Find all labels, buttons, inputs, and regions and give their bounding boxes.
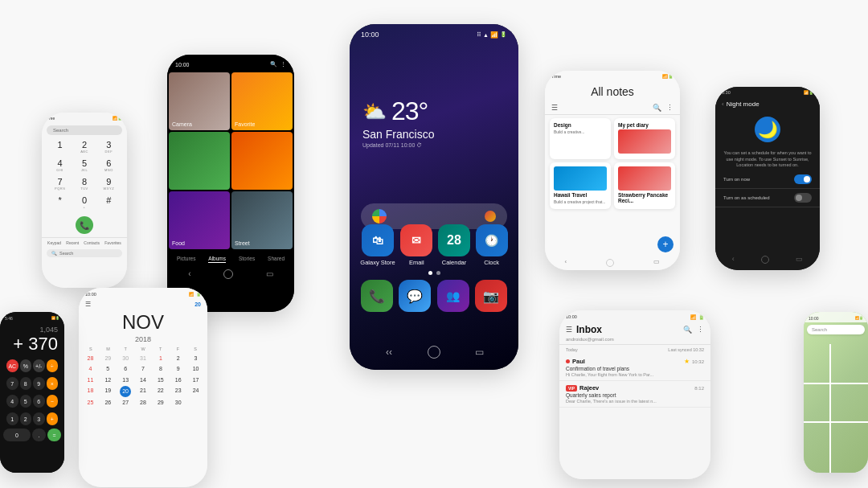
call-button[interactable]: 📞 <box>76 216 93 234</box>
calc-btn-3[interactable]: 3 <box>33 412 45 425</box>
gallery-thumb-nature[interactable] <box>169 132 230 190</box>
dial-key-8[interactable]: 8TUV <box>72 175 96 193</box>
toggle-on-switch[interactable] <box>794 174 812 184</box>
cal-date-29b[interactable]: 29 <box>152 398 169 408</box>
dial-key-4[interactable]: 4GHI <box>48 157 72 174</box>
dial-key-hash[interactable]: # <box>97 194 121 211</box>
cal-date-14[interactable]: 14 <box>135 375 152 385</box>
gallery-nav-recents[interactable]: ▭ <box>266 269 273 279</box>
cal-date-3[interactable]: 3 <box>187 354 204 363</box>
cal-date-27[interactable]: 27 <box>117 398 134 408</box>
gallery-thumb-fruit[interactable] <box>231 132 293 190</box>
calc-btn-ac[interactable]: AC <box>6 359 18 372</box>
note-card-hawaii[interactable]: Hawaii Travel Build a creative project t… <box>550 162 611 209</box>
calc-btn-6[interactable]: 6 <box>33 395 45 408</box>
notes-nav-recents[interactable]: ▭ <box>653 258 660 267</box>
cal-date-11[interactable]: 11 <box>82 375 99 385</box>
cal-date-8[interactable]: 8 <box>152 364 169 374</box>
dial-key-6[interactable]: 6MNO <box>97 157 121 174</box>
calc-btn-2[interactable]: 2 <box>20 412 32 425</box>
cal-date-12[interactable]: 12 <box>100 375 117 385</box>
calc-btn-dot[interactable]: . <box>32 429 46 441</box>
cal-date-22[interactable]: 22 <box>152 386 169 397</box>
back-nav-btn[interactable]: ‹‹ <box>381 344 397 360</box>
cal-date-2[interactable]: 2 <box>170 354 186 363</box>
calc-btn-8[interactable]: 8 <box>20 377 32 390</box>
calc-btn-mul[interactable]: × <box>47 377 59 390</box>
gallery-tab-stories[interactable]: Stories <box>239 256 255 263</box>
cal-today-badge[interactable]: 20 <box>194 301 201 307</box>
dialer-search-bottom[interactable]: 🔍 Search <box>47 249 122 257</box>
gallery-nav-home[interactable] <box>223 269 233 279</box>
cal-date-5[interactable]: 5 <box>100 364 117 374</box>
note-card-design[interactable]: Design Build a creative... <box>550 118 611 159</box>
gallery-more-icon[interactable]: ⋮ <box>280 61 286 68</box>
toggle-off-switch[interactable] <box>794 193 812 203</box>
cal-date-23[interactable]: 23 <box>170 386 186 397</box>
dial-key-0[interactable]: 0+ <box>72 194 96 211</box>
cal-date-10[interactable]: 10 <box>187 364 204 374</box>
cal-menu-icon[interactable]: ☰ <box>85 301 91 308</box>
notes-more-icon[interactable]: ⋮ <box>666 104 674 112</box>
night-back-icon[interactable]: ‹ <box>722 100 724 108</box>
dialer-tab-contacts[interactable]: Contacts <box>84 240 100 245</box>
note-card-strawberry[interactable]: Strawberry Pancake Reci... <box>614 162 675 209</box>
email-item-paul[interactable]: Paul ★ 10:32 Confirmation of travel plan… <box>559 355 710 381</box>
app-phone-dock[interactable]: 📞 <box>361 280 393 312</box>
email-search-icon[interactable]: 🔍 <box>683 326 692 334</box>
email-more-icon[interactable]: ⋮ <box>697 326 704 334</box>
night-nav-home[interactable] <box>761 256 769 264</box>
calc-btn-sub[interactable]: − <box>47 395 59 408</box>
dialer-tab-fav[interactable]: Favorites <box>104 240 121 245</box>
night-nav-recents[interactable]: ▭ <box>796 255 803 264</box>
email-star-paul[interactable]: ★ <box>684 358 690 365</box>
email-item-rajeev[interactable]: VIP Rajeev 8:12 Quarterly sales report D… <box>559 381 710 408</box>
gallery-nav-back[interactable]: ‹ <box>188 269 190 279</box>
notes-search-icon[interactable]: 🔍 <box>653 104 661 112</box>
cal-date-30a[interactable]: 30 <box>117 354 134 363</box>
cal-date-9[interactable]: 9 <box>170 364 186 374</box>
calc-btn-pct[interactable]: % <box>20 359 32 372</box>
night-toggle-scheduled[interactable]: Turn on as scheduled <box>715 189 820 207</box>
gallery-search-icon[interactable]: 🔍 <box>270 61 277 68</box>
recents-nav-btn[interactable]: ▭ <box>471 344 487 360</box>
notes-fab-button[interactable]: + <box>657 236 674 252</box>
cal-date-21[interactable]: 21 <box>135 386 152 397</box>
dial-key-1[interactable]: 1 <box>48 138 72 156</box>
calc-btn-0[interactable]: 0 <box>3 429 31 441</box>
night-toggle-now[interactable]: Turn on now <box>715 170 820 189</box>
cal-date-1[interactable]: 1 <box>152 354 169 363</box>
cal-date-20-today[interactable]: 20 <box>120 386 131 397</box>
app-clock[interactable]: 🕐 Clock <box>476 224 508 266</box>
dialer-tab-keypad[interactable]: Keypad <box>47 240 61 245</box>
gallery-thumb-camera[interactable]: Camera <box>169 72 230 130</box>
cal-date-25[interactable]: 25 <box>82 398 99 408</box>
calc-btn-5[interactable]: 5 <box>20 395 32 408</box>
map-search-bar[interactable]: Search <box>807 325 865 334</box>
dial-key-star[interactable]: * <box>48 194 72 211</box>
app-camera-dock[interactable]: 📷 <box>475 280 507 312</box>
dialer-tab-recent[interactable]: Recent <box>66 240 79 245</box>
app-email[interactable]: ✉ Email <box>400 224 432 266</box>
calc-btn-div[interactable]: ÷ <box>47 359 59 372</box>
dial-key-7[interactable]: 7PQRS <box>48 175 72 193</box>
cal-date-4[interactable]: 4 <box>82 364 99 374</box>
cal-date-16[interactable]: 16 <box>170 375 186 385</box>
dial-key-2[interactable]: 2ABC <box>72 138 96 156</box>
notes-nav-back[interactable]: ‹ <box>565 258 567 267</box>
cal-date-18[interactable]: 18 <box>82 386 99 397</box>
dial-key-3[interactable]: 3DEF <box>97 138 121 156</box>
calc-btn-4[interactable]: 4 <box>6 395 18 408</box>
cal-date-31a[interactable]: 31 <box>135 354 152 363</box>
cal-date-17[interactable]: 17 <box>187 375 204 385</box>
email-menu-icon[interactable]: ☰ <box>566 326 572 334</box>
gallery-tab-albums[interactable]: Albums <box>208 256 226 263</box>
cal-date-28b[interactable]: 28 <box>135 398 152 408</box>
cal-date-19[interactable]: 19 <box>100 386 117 397</box>
cal-date-26[interactable]: 26 <box>100 398 117 408</box>
cal-date-30[interactable]: 30 <box>170 398 186 408</box>
app-messages-dock[interactable]: 💬 <box>399 280 431 312</box>
cal-date-13[interactable]: 13 <box>117 375 134 385</box>
calc-btn-sign[interactable]: +/- <box>33 359 45 372</box>
dial-key-9[interactable]: 9WXYZ <box>97 175 121 193</box>
